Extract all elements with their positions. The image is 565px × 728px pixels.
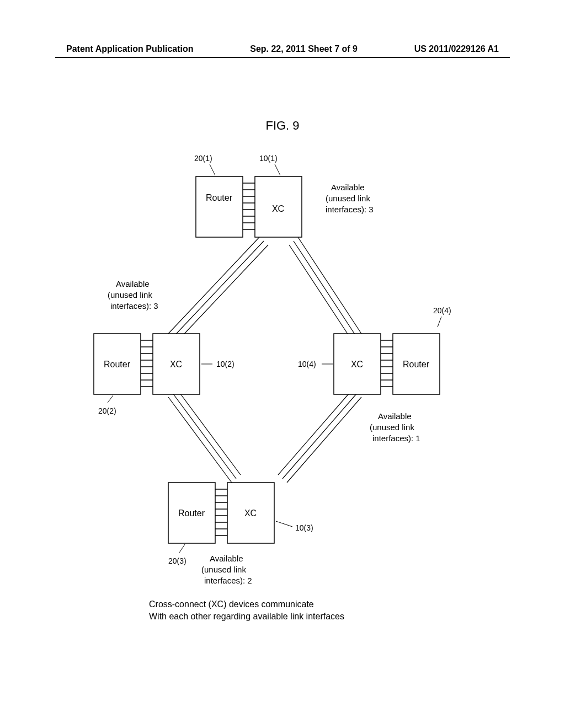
svg-line-29	[275, 164, 280, 175]
node-left: Router XC 10(2) 20(2) Available (unused …	[94, 279, 234, 415]
diagram-canvas: Router XC 20(1) 10(1) Available (unused …	[55, 138, 510, 590]
header-left: Patent Application Publication	[66, 44, 194, 54]
svg-line-26	[282, 393, 357, 479]
page-header: Patent Application Publication Sep. 22, …	[0, 44, 565, 54]
header-center: Sep. 22, 2011 Sheet 7 of 9	[250, 44, 358, 54]
caption-line2: With each other regarding available link…	[149, 611, 344, 623]
router-box	[196, 176, 243, 237]
avail-line2: (unused link	[370, 422, 414, 432]
xc-label: XC	[272, 204, 284, 213]
xc-ref: 10(1)	[259, 154, 278, 163]
router-label: Router	[178, 508, 205, 518]
router-ref: 20(1)	[194, 154, 212, 163]
avail-line1: Available	[210, 554, 243, 563]
svg-line-34	[276, 521, 292, 527]
avail-line1: Available	[331, 183, 365, 192]
header-right: US 2011/0229126 A1	[414, 44, 499, 54]
node-bottom: Router XC 10(3) 20(3) Available (unused …	[168, 483, 313, 585]
figure-caption: Cross-connect (XC) devices communicate W…	[149, 598, 344, 623]
avail-line2: (unused link	[108, 290, 152, 299]
svg-line-22	[168, 397, 232, 483]
xc-label: XC	[170, 360, 182, 369]
svg-line-27	[278, 389, 353, 475]
node-right: XC Router 10(4) 20(4) Available (unused …	[298, 306, 451, 443]
avail-line3: interfaces): 3	[110, 301, 158, 311]
router-label: Router	[104, 360, 131, 369]
svg-line-28	[210, 164, 215, 175]
router-ref: 20(3)	[168, 556, 186, 565]
header-rule	[55, 57, 510, 58]
svg-line-17	[173, 241, 264, 338]
router-ref: 20(2)	[98, 406, 116, 415]
node-top: Router XC 20(1) 10(1) Available (unused …	[194, 154, 374, 237]
avail-line2: (unused link	[201, 565, 246, 574]
xc-ref: 10(3)	[295, 523, 313, 532]
svg-line-16	[168, 237, 259, 334]
svg-line-25	[287, 397, 361, 483]
avail-line3: interfaces): 1	[372, 433, 420, 443]
network-diagram: Router XC 20(1) 10(1) Available (unused …	[55, 138, 510, 590]
xc-ref: 10(4)	[298, 360, 316, 368]
caption-line1: Cross-connect (XC) devices communicate	[149, 598, 344, 611]
xc-ref: 10(2)	[216, 360, 234, 368]
svg-line-23	[173, 393, 236, 479]
avail-line3: interfaces): 3	[326, 205, 374, 214]
avail-line2: (unused link	[326, 194, 370, 203]
svg-line-35	[179, 544, 185, 553]
svg-line-18	[177, 245, 268, 341]
router-label: Router	[206, 193, 233, 202]
svg-line-31	[108, 395, 113, 403]
svg-line-21	[289, 245, 353, 341]
svg-line-24	[177, 389, 241, 475]
avail-line1: Available	[116, 279, 150, 288]
avail-line1: Available	[378, 411, 412, 421]
figure-title: FIG. 9	[0, 119, 565, 133]
svg-line-33	[438, 317, 441, 327]
svg-line-20	[294, 241, 357, 338]
xc-label: XC	[244, 508, 257, 518]
avail-line3: interfaces): 2	[204, 576, 252, 585]
xc-label: XC	[351, 360, 363, 369]
router-label: Router	[403, 360, 430, 369]
svg-line-19	[298, 237, 361, 334]
router-ref: 20(4)	[433, 306, 451, 315]
